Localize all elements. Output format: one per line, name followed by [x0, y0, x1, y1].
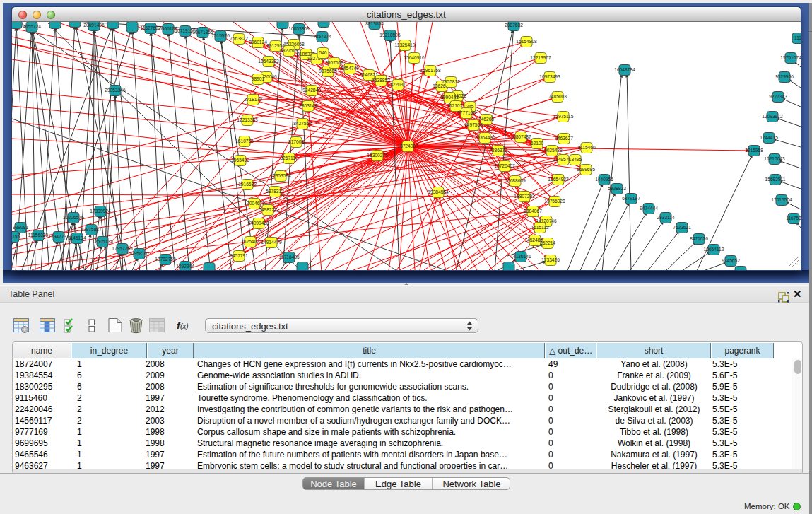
svg-text:12975115: 12975115 [553, 114, 574, 119]
svg-text:8912954: 8912954 [266, 43, 285, 48]
svg-text:7857274: 7857274 [313, 34, 331, 39]
svg-text:11325419: 11325419 [395, 42, 416, 47]
svg-text:19384554: 19384554 [428, 189, 449, 194]
svg-text:10958107: 10958107 [129, 251, 150, 256]
svg-text:16648784: 16648784 [614, 67, 635, 72]
svg-text:10025438: 10025438 [541, 148, 563, 153]
svg-text:12505135: 12505135 [92, 239, 113, 244]
svg-text:2967608: 2967608 [325, 60, 343, 65]
svg-text:1733426: 1733426 [541, 257, 560, 262]
svg-text:19756928: 19756928 [544, 199, 565, 204]
svg-text:7386372: 7386372 [489, 148, 507, 153]
svg-text:15300275: 15300275 [367, 153, 388, 158]
svg-text:8454749: 8454749 [341, 66, 359, 71]
svg-text:746266: 746266 [478, 117, 494, 122]
svg-text:14099488: 14099488 [248, 221, 269, 226]
svg-text:1965493: 1965493 [231, 158, 249, 163]
svg-text:13495: 13495 [569, 157, 582, 162]
svg-text:939081: 939081 [13, 225, 28, 230]
svg-text:8267110: 8267110 [280, 156, 298, 160]
svg-text:10654112: 10654112 [704, 247, 724, 252]
svg-text:2718170: 2718170 [244, 97, 262, 102]
svg-text:1916682: 1916682 [238, 182, 257, 187]
svg-text:9777169: 9777169 [457, 110, 476, 115]
svg-text:17339924: 17339924 [90, 209, 111, 214]
svg-text:18807293: 18807293 [514, 194, 535, 199]
svg-text:39155: 39155 [12, 234, 20, 239]
svg-text:10688609: 10688609 [505, 178, 526, 183]
svg-text:15640910: 15640910 [404, 55, 425, 60]
svg-text:98901: 98901 [252, 76, 265, 81]
svg-text:8990448: 8990448 [440, 95, 459, 100]
svg-text:29053346: 29053346 [105, 88, 126, 93]
svg-text:1615112: 1615112 [531, 225, 549, 230]
svg-text:1610755: 1610755 [235, 139, 254, 144]
svg-text:10807487: 10807487 [510, 134, 531, 139]
svg-text:(x): (x) [180, 322, 189, 330]
svg-text:9245652: 9245652 [722, 258, 740, 263]
svg-text:4055724: 4055724 [23, 24, 41, 29]
svg-text:19218506: 19218506 [379, 33, 401, 37]
svg-text:5878312: 5878312 [266, 189, 284, 194]
svg-text:15751074: 15751074 [780, 55, 800, 60]
svg-text:7625402: 7625402 [241, 239, 259, 244]
svg-text:9115460: 9115460 [577, 145, 596, 150]
svg-text:12942737: 12942737 [48, 234, 69, 239]
svg-text:6497568: 6497568 [464, 122, 483, 127]
svg-text:62100: 62100 [531, 141, 544, 146]
svg-text:10671355: 10671355 [192, 30, 213, 35]
svg-text:2087682: 2087682 [505, 23, 523, 28]
svg-text:1292344: 1292344 [176, 264, 194, 269]
svg-text:116753: 116753 [786, 216, 800, 221]
svg-text:16961758: 16961758 [420, 68, 441, 73]
svg-text:9474444: 9474444 [640, 206, 658, 211]
svg-text:6879197: 6879197 [622, 196, 640, 201]
svg-text:7663822: 7663822 [230, 36, 248, 41]
svg-text:5938923: 5938923 [608, 186, 626, 191]
svg-text:12093872: 12093872 [762, 114, 783, 119]
svg-text:5498222: 5498222 [259, 207, 277, 212]
svg-text:3215958: 3215958 [745, 148, 763, 153]
svg-text:111: 111 [794, 35, 801, 40]
svg-text:10543382: 10543382 [258, 59, 279, 64]
svg-text:817008: 817008 [288, 139, 304, 144]
svg-text:1440955: 1440955 [595, 177, 613, 182]
svg-text:20364436: 20364436 [474, 135, 495, 140]
svg-text:1538852: 1538852 [372, 78, 390, 83]
svg-text:14136141: 14136141 [510, 254, 531, 259]
svg-text:9457791: 9457791 [230, 253, 248, 258]
svg-text:8471626: 8471626 [690, 236, 708, 241]
svg-text:12213967: 12213967 [530, 55, 551, 60]
svg-text:9384067: 9384067 [524, 209, 542, 214]
svg-text:1244415: 1244415 [760, 135, 778, 140]
svg-text:7632621: 7632621 [673, 225, 691, 230]
svg-text:12353594: 12353594 [270, 173, 291, 178]
svg-text:546: 546 [319, 50, 326, 55]
svg-text:11156829: 11156829 [28, 233, 49, 238]
svg-text:9699695: 9699695 [577, 167, 595, 172]
svg-text:9375685: 9375685 [319, 69, 337, 74]
svg-text:12213383: 12213383 [237, 117, 258, 122]
svg-text:9463627: 9463627 [555, 136, 573, 141]
svg-text:8813054: 8813054 [365, 22, 384, 26]
svg-text:15716485: 15716485 [278, 255, 300, 259]
svg-text:16210643: 16210643 [764, 156, 785, 161]
svg-text:17957255: 17957255 [112, 246, 133, 251]
svg-text:10053809: 10053809 [288, 26, 310, 31]
svg-text:17004678: 17004678 [244, 201, 265, 206]
svg-text:15720407: 15720407 [494, 163, 515, 168]
svg-text:17016504: 17016504 [771, 197, 792, 202]
svg-text:252214: 252214 [540, 240, 555, 245]
svg-text:20206576: 20206576 [63, 215, 84, 220]
svg-text:10782759: 10782759 [155, 257, 176, 262]
svg-text:16154808: 16154808 [516, 39, 537, 44]
svg-text:7485003: 7485003 [548, 94, 567, 99]
svg-text:2803144: 2803144 [299, 103, 317, 108]
svg-text:14914479: 14914479 [261, 240, 282, 245]
svg-text:9242848: 9242848 [302, 88, 321, 93]
svg-text:10973493: 10973493 [539, 74, 560, 79]
svg-text:9329966: 9329966 [775, 74, 794, 79]
svg-text:13654923: 13654923 [548, 177, 569, 182]
svg-text:8960124: 8960124 [249, 40, 267, 45]
svg-text:9227343: 9227343 [769, 94, 787, 99]
